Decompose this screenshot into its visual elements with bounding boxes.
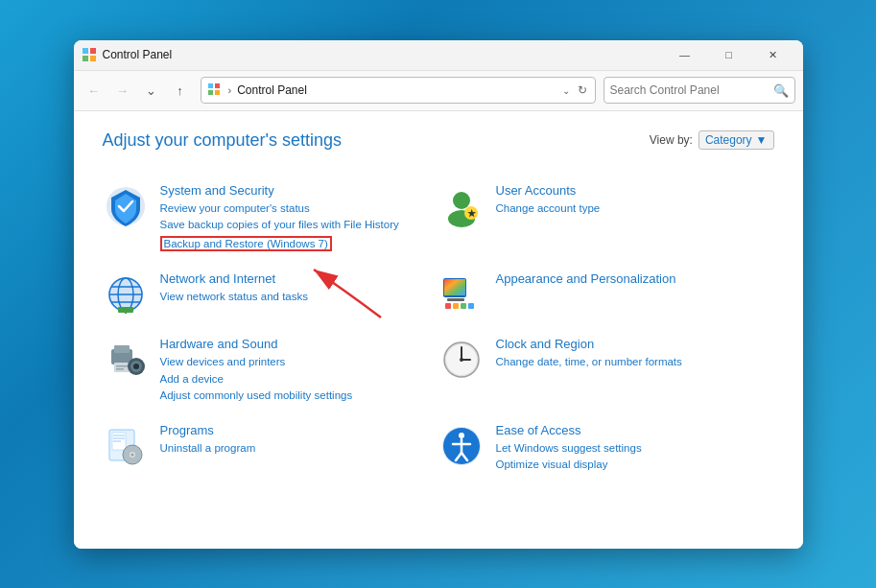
navbar: ← → ⌄ ↑ › Control Panel ⌄ ↻ 🔍 xyxy=(74,71,803,111)
svg-rect-33 xyxy=(116,368,124,370)
forward-button[interactable]: → xyxy=(110,78,135,103)
appearance-icon xyxy=(438,271,485,318)
svg-text:★: ★ xyxy=(466,207,476,218)
network-link-1[interactable]: View network status and tasks xyxy=(160,289,308,305)
svg-rect-2 xyxy=(83,56,88,61)
ease-access-link-1[interactable]: Let Windows suggest settings xyxy=(496,440,642,457)
svg-rect-3 xyxy=(90,56,96,61)
svg-rect-28 xyxy=(468,303,474,309)
svg-rect-0 xyxy=(83,48,88,54)
minimize-button[interactable]: — xyxy=(663,40,707,71)
network-content: Network and Internet View network status… xyxy=(160,271,308,305)
address-text: Control Panel xyxy=(237,83,556,97)
category-system-security: System and Security Review your computer… xyxy=(103,174,438,263)
system-security-link-3[interactable]: Backup and Restore (Windows 7) xyxy=(160,236,332,251)
maximize-button[interactable]: □ xyxy=(707,40,751,71)
category-appearance: Appearance and Personalization xyxy=(438,262,774,327)
svg-point-52 xyxy=(459,433,464,438)
viewby-dropdown[interactable]: Category ▼ xyxy=(698,130,774,150)
window-title: Control Panel xyxy=(103,48,663,61)
system-security-title[interactable]: System and Security xyxy=(160,183,399,198)
svg-rect-7 xyxy=(215,90,220,95)
category-clock-region: Clock and Region Change date, time, or n… xyxy=(438,327,774,413)
svg-rect-1 xyxy=(90,48,96,54)
address-icon xyxy=(207,82,223,98)
hardware-link-1[interactable]: View devices and printers xyxy=(160,354,353,370)
system-security-content: System and Security Review your computer… xyxy=(160,183,399,253)
category-user-accounts: ★ User Accounts Change account type xyxy=(438,174,774,263)
hardware-content: Hardware and Sound View devices and prin… xyxy=(160,337,353,404)
svg-rect-24 xyxy=(447,298,464,301)
programs-title[interactable]: Programs xyxy=(160,423,256,437)
svg-rect-26 xyxy=(453,303,459,309)
user-accounts-icon: ★ xyxy=(438,183,485,229)
hardware-link-3[interactable]: Adjust commonly used mobility settings xyxy=(160,388,353,404)
viewby-value: Category xyxy=(705,133,752,147)
programs-link-1[interactable]: Uninstall a program xyxy=(160,440,256,457)
back-button[interactable]: ← xyxy=(82,78,107,103)
svg-point-9 xyxy=(453,192,470,209)
user-accounts-title[interactable]: User Accounts xyxy=(496,183,601,198)
clock-content: Clock and Region Change date, time, or n… xyxy=(496,337,682,370)
ease-access-content: Ease of Access Let Windows suggest setti… xyxy=(496,423,642,474)
categories-grid: System and Security Review your computer… xyxy=(103,174,774,483)
viewby-label: View by: xyxy=(650,133,693,147)
hardware-icon xyxy=(103,337,149,383)
svg-point-49 xyxy=(130,454,133,457)
hardware-title[interactable]: Hardware and Sound xyxy=(160,337,353,351)
svg-point-36 xyxy=(133,364,139,369)
category-hardware-sound: Hardware and Sound View devices and prin… xyxy=(103,327,438,413)
svg-rect-5 xyxy=(215,83,220,88)
svg-rect-4 xyxy=(208,83,213,88)
control-panel-window: Control Panel — □ ✕ ← → ⌄ ↑ › Control Pa… xyxy=(74,40,803,549)
address-chevron-icon[interactable]: ⌄ xyxy=(562,85,570,96)
network-title[interactable]: Network and Internet xyxy=(160,271,308,286)
titlebar: Control Panel — □ ✕ xyxy=(74,40,803,71)
programs-icon xyxy=(103,423,149,469)
category-programs: Programs Uninstall a program xyxy=(103,413,438,483)
hardware-link-2[interactable]: Add a device xyxy=(160,371,353,388)
svg-rect-27 xyxy=(461,303,466,309)
svg-rect-30 xyxy=(114,345,130,353)
content-header: Adjust your computer's settings View by:… xyxy=(103,130,774,151)
user-accounts-link-1[interactable]: Change account type xyxy=(496,200,601,217)
clock-link-1[interactable]: Change date, time, or number formats xyxy=(496,354,682,370)
window-icon xyxy=(82,47,97,62)
programs-content: Programs Uninstall a program xyxy=(160,423,256,457)
viewby-chevron-icon: ▼ xyxy=(756,133,768,147)
refresh-icon[interactable]: ↻ xyxy=(576,82,589,99)
up-button[interactable]: ↑ xyxy=(168,78,193,103)
search-input[interactable] xyxy=(610,83,769,97)
svg-rect-31 xyxy=(114,363,130,372)
clock-icon xyxy=(438,337,485,383)
system-security-icon xyxy=(103,183,149,229)
appearance-content: Appearance and Personalization xyxy=(496,271,676,289)
system-security-link-1[interactable]: Review your computer's status xyxy=(160,200,399,217)
address-bar[interactable]: › Control Panel ⌄ ↻ xyxy=(201,77,596,104)
svg-rect-23 xyxy=(444,279,465,295)
ease-access-title[interactable]: Ease of Access xyxy=(496,423,642,437)
appearance-title[interactable]: Appearance and Personalization xyxy=(496,271,676,286)
system-security-link-2[interactable]: Save backup copies of your files with Fi… xyxy=(160,217,399,233)
search-icon: 🔍 xyxy=(773,83,789,98)
svg-point-41 xyxy=(460,358,463,362)
content-area: Adjust your computer's settings View by:… xyxy=(74,111,803,549)
svg-rect-6 xyxy=(208,90,213,95)
clock-title[interactable]: Clock and Region xyxy=(496,337,682,351)
ease-access-link-2[interactable]: Optimize visual display xyxy=(496,457,642,473)
close-button[interactable]: ✕ xyxy=(751,40,795,71)
page-title: Adjust your computer's settings xyxy=(103,130,343,151)
category-network-internet: Network and Internet View network status… xyxy=(103,262,438,327)
dropdown-button[interactable]: ⌄ xyxy=(139,78,164,103)
window-controls: — □ ✕ xyxy=(663,40,795,71)
svg-rect-25 xyxy=(445,303,451,309)
ease-icon xyxy=(438,423,485,469)
network-icon xyxy=(103,271,149,318)
category-ease-access: Ease of Access Let Windows suggest setti… xyxy=(438,413,774,483)
svg-rect-32 xyxy=(116,365,128,367)
user-accounts-content: User Accounts Change account type xyxy=(496,183,601,217)
viewby-control: View by: Category ▼ xyxy=(650,130,774,150)
search-bar[interactable]: 🔍 xyxy=(604,77,795,104)
